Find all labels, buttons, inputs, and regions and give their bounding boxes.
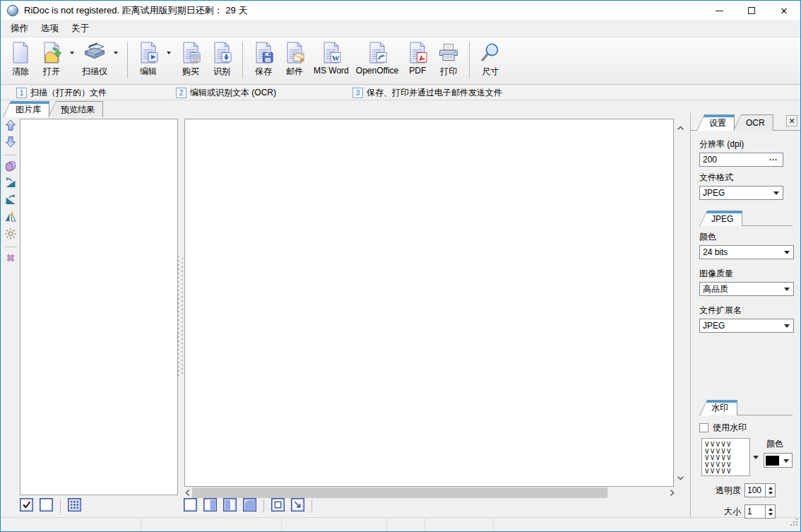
- window-title: RiDoc is not registered. 距离试用版到期日还剩： 29 …: [24, 4, 247, 17]
- resolution-more-button[interactable]: ...: [766, 153, 781, 166]
- rail-button-rotate-right[interactable]: [4, 194, 18, 208]
- resize-grip-icon[interactable]: [790, 517, 799, 530]
- color-depth-select[interactable]: 24 bits: [699, 245, 794, 259]
- bottom-button-thumbnail-grid[interactable]: [67, 499, 82, 514]
- bottom-button-deselect-all[interactable]: [39, 499, 54, 514]
- quality-select[interactable]: 高品质: [699, 282, 794, 296]
- image-library-panel[interactable]: [20, 119, 178, 495]
- chevron-down-icon: [773, 191, 779, 195]
- preview-panel[interactable]: [184, 119, 674, 487]
- use-watermark-row: 使用水印: [699, 422, 793, 434]
- stretch-icon: [242, 497, 257, 515]
- spinner-arrows[interactable]: [765, 504, 776, 519]
- bottom-button-stretch[interactable]: [242, 499, 257, 514]
- spin-down-icon[interactable]: [769, 513, 773, 516]
- resolution-input[interactable]: 200 ...: [699, 153, 783, 167]
- toolbar-dropdown-open-file[interactable]: [67, 41, 77, 65]
- toolbar-button-pdf[interactable]: PDF: [402, 40, 433, 77]
- toolbar-button-msword[interactable]: WMS Word: [310, 40, 352, 77]
- rotate-right-icon: [4, 194, 17, 209]
- toolbar-group-bar: 1扫描（打开的）文件2编辑或识别文本 (OCR)3保存、打印并通过电子邮件发送文…: [1, 85, 800, 100]
- fit-height-icon: [222, 497, 237, 515]
- edit-document-icon: [136, 41, 160, 65]
- chevron-down-icon: [784, 251, 790, 254]
- minimize-icon[interactable]: [703, 1, 735, 20]
- size-spinner[interactable]: 1: [744, 504, 776, 519]
- spin-up-icon[interactable]: [769, 508, 773, 511]
- status-segment: [1, 518, 141, 531]
- panel-close-icon[interactable]: ✕: [786, 115, 797, 126]
- toolbar-group-label-1: 1扫描（打开的）文件: [16, 87, 107, 99]
- chevron-down-icon: [167, 52, 171, 54]
- zoom-toolbar: [183, 499, 314, 514]
- toolbar-button-edit-document[interactable]: 编辑: [133, 40, 164, 79]
- rail-button-flip[interactable]: [4, 211, 18, 225]
- toolbar-button-scanner[interactable]: 扫描仪: [78, 40, 111, 79]
- main-tab-0[interactable]: 图片库: [3, 101, 49, 117]
- settings-tab-设置[interactable]: 设置: [696, 114, 735, 131]
- toolbar-dropdown-scanner[interactable]: [111, 41, 121, 65]
- menu-item-1[interactable]: 选项: [35, 20, 65, 37]
- toolbar-button-ocr-recognize[interactable]: 识别: [206, 40, 237, 79]
- main-tab-1[interactable]: 预览结果: [48, 101, 103, 117]
- horizontal-scrollbar[interactable]: [183, 487, 677, 498]
- toolbar-button-size[interactable]: 尺寸: [475, 40, 506, 79]
- rail-button-move-up[interactable]: [4, 119, 18, 133]
- toolbar-button-print[interactable]: 打印: [433, 40, 464, 79]
- title-bar: RiDoc is not registered. 距离试用版到期日还剩： 29 …: [1, 1, 800, 20]
- bottom-button-fit-width[interactable]: [203, 499, 218, 514]
- close-icon[interactable]: ✕: [768, 1, 800, 20]
- opacity-spinner[interactable]: 100: [744, 483, 776, 497]
- spinner-arrows[interactable]: [765, 483, 776, 497]
- menu-item-2[interactable]: 关于: [65, 20, 95, 37]
- copy-page-icon: [4, 160, 17, 175]
- scroll-down-icon[interactable]: [677, 471, 684, 483]
- settings-tab-ocr[interactable]: OCR: [733, 114, 773, 131]
- tab-jpeg[interactable]: JPEG: [699, 211, 742, 226]
- vertical-scrollbar[interactable]: [675, 119, 687, 486]
- settings-tab-row: ✕ 设置OCR: [691, 113, 801, 131]
- spin-up-icon[interactable]: [769, 487, 773, 490]
- size-label: 大小: [724, 506, 741, 518]
- maximize-icon[interactable]: [735, 1, 768, 20]
- rail-button-move-down[interactable]: [4, 136, 18, 150]
- toolbar-button-save[interactable]: 保存: [248, 40, 279, 79]
- toolbar-dropdown-edit-document[interactable]: [164, 41, 174, 65]
- toolbar-group-edit-document: 编辑: [133, 40, 175, 79]
- bottom-button-select-all[interactable]: [19, 499, 34, 514]
- bottom-button-zoom-selection[interactable]: [290, 499, 305, 514]
- chevron-down-icon: [783, 459, 789, 463]
- scrollbar-thumb[interactable]: [192, 487, 607, 498]
- toolbar-button-openoffice[interactable]: OpenOffice: [352, 40, 402, 77]
- status-segment: [494, 518, 800, 531]
- rail-button-brightness[interactable]: [4, 228, 18, 242]
- splitter-grip[interactable]: [178, 256, 184, 377]
- menu-item-0[interactable]: 操作: [4, 20, 35, 37]
- spin-down-icon[interactable]: [769, 492, 773, 495]
- tab-watermark[interactable]: 水印: [699, 400, 737, 415]
- toolbar-button-buy[interactable]: 购买: [175, 40, 206, 79]
- bottom-button-fit-height[interactable]: [222, 499, 237, 514]
- toolbar-button-clear-document[interactable]: 清除: [5, 40, 36, 79]
- toolbar-button-email[interactable]: 邮件: [279, 40, 310, 79]
- resolution-label: 分辨率 (dpi): [699, 138, 793, 150]
- scrollbar-track[interactable]: [192, 487, 668, 498]
- rail-button-delete[interactable]: [4, 252, 18, 266]
- file-format-select[interactable]: JPEG: [699, 186, 783, 200]
- scroll-right-icon[interactable]: [668, 489, 677, 497]
- bottom-button-actual-size[interactable]: [271, 499, 285, 514]
- watermark-pattern-preview[interactable]: VVVVVVVVVVVVVVVVVVVVVVVVV: [701, 438, 750, 476]
- bottom-button-fit-page[interactable]: [183, 499, 198, 514]
- watermark-pattern-dropdown[interactable]: [750, 438, 761, 476]
- size-icon: [478, 41, 502, 65]
- watermark-color-select[interactable]: [764, 453, 793, 468]
- extension-select[interactable]: JPEG: [699, 319, 794, 333]
- rail-button-copy-page[interactable]: [4, 160, 18, 174]
- use-watermark-checkbox[interactable]: [699, 423, 708, 432]
- toolbar-button-open-file[interactable]: 打开: [36, 40, 67, 79]
- scroll-left-icon[interactable]: [183, 489, 192, 497]
- panel-splitter[interactable]: [178, 119, 184, 495]
- scroll-up-icon[interactable]: [677, 121, 684, 134]
- rail-button-rotate-left[interactable]: [4, 177, 18, 191]
- chevron-down-icon: [70, 52, 74, 54]
